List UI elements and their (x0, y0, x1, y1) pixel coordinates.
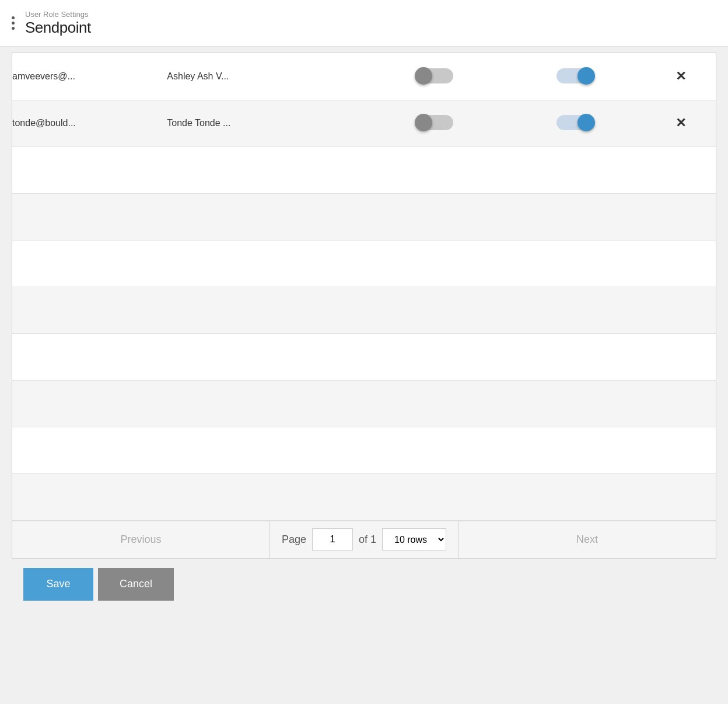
empty-cell (364, 287, 505, 333)
empty-cell (505, 147, 645, 193)
empty-cell (645, 147, 716, 193)
empty-cell (645, 380, 716, 427)
empty-cell (505, 473, 645, 520)
empty-cell (364, 473, 505, 520)
empty-cell (12, 147, 167, 193)
rows-per-page-select[interactable]: 10 rows 25 rows 50 rows (382, 528, 446, 550)
page-label: Page (282, 534, 306, 546)
cell-toggle2 (505, 53, 645, 100)
toggle1-knob (415, 67, 432, 85)
menu-dots-icon[interactable] (9, 14, 17, 32)
toggle2-knob (578, 67, 595, 85)
cell-toggle2 (505, 100, 645, 147)
users-table: amveevers@...Ashley Ash V... ✕tonde@boul… (12, 53, 716, 521)
cell-toggle1 (364, 53, 505, 100)
empty-cell (364, 147, 505, 193)
empty-cell (505, 333, 645, 380)
toggle2-track (556, 68, 594, 83)
empty-cell (167, 147, 364, 193)
save-button[interactable]: Save (23, 568, 93, 601)
toggle1-knob (415, 114, 432, 131)
delete-button[interactable]: ✕ (671, 64, 691, 89)
empty-cell (167, 193, 364, 240)
cell-delete: ✕ (645, 100, 716, 147)
cell-delete: ✕ (645, 53, 716, 100)
empty-row (12, 147, 716, 193)
empty-cell (167, 240, 364, 287)
cell-email: tonde@bould... (12, 100, 167, 147)
empty-cell (12, 427, 167, 473)
empty-cell (167, 287, 364, 333)
toggle1-switch[interactable] (416, 67, 453, 85)
page-of-label: of 1 (359, 534, 376, 546)
previous-button[interactable]: Previous (12, 521, 270, 558)
empty-cell (12, 473, 167, 520)
toggle2-switch[interactable] (556, 67, 594, 85)
empty-cell (505, 240, 645, 287)
empty-row (12, 240, 716, 287)
table-row: tonde@bould...Tonde Tonde ... ✕ (12, 100, 716, 147)
header-title: Sendpoint (25, 19, 91, 37)
bottom-buttons: Save Cancel (12, 559, 716, 601)
main-content: amveevers@...Ashley Ash V... ✕tonde@boul… (0, 53, 728, 612)
toggle2-track (556, 115, 594, 130)
next-button[interactable]: Next (458, 521, 716, 558)
empty-cell (645, 193, 716, 240)
empty-cell (12, 193, 167, 240)
empty-cell (364, 240, 505, 287)
empty-cell (645, 427, 716, 473)
empty-cell (645, 333, 716, 380)
empty-cell (364, 380, 505, 427)
toggle1-switch[interactable] (416, 114, 453, 131)
empty-cell (167, 380, 364, 427)
toggle1-track (416, 68, 453, 83)
cell-name: Tonde Tonde ... (167, 100, 364, 147)
delete-button[interactable]: ✕ (671, 111, 691, 135)
empty-row (12, 427, 716, 473)
empty-row (12, 333, 716, 380)
toggle2-knob (578, 114, 595, 131)
empty-cell (645, 240, 716, 287)
toggle1-track (416, 115, 453, 130)
empty-cell (645, 287, 716, 333)
empty-cell (505, 427, 645, 473)
app-header: User Role Settings Sendpoint (0, 0, 728, 47)
empty-cell (167, 333, 364, 380)
toggle2-switch[interactable] (556, 114, 594, 131)
table-container: amveevers@...Ashley Ash V... ✕tonde@boul… (12, 53, 716, 559)
empty-cell (364, 427, 505, 473)
empty-cell (167, 427, 364, 473)
empty-row (12, 193, 716, 240)
empty-cell (505, 193, 645, 240)
cell-name: Ashley Ash V... (167, 53, 364, 100)
cell-toggle1 (364, 100, 505, 147)
empty-cell (505, 380, 645, 427)
empty-row (12, 473, 716, 520)
header-subtitle: User Role Settings (25, 10, 91, 19)
empty-row (12, 380, 716, 427)
empty-cell (364, 193, 505, 240)
table-row: amveevers@...Ashley Ash V... ✕ (12, 53, 716, 100)
empty-cell (645, 473, 716, 520)
empty-cell (505, 287, 645, 333)
empty-cell (12, 380, 167, 427)
empty-cell (12, 333, 167, 380)
header-title-block: User Role Settings Sendpoint (25, 10, 91, 37)
empty-cell (12, 287, 167, 333)
empty-cell (12, 240, 167, 287)
pagination-center: Page of 1 10 rows 25 rows 50 rows (270, 528, 458, 550)
cancel-button[interactable]: Cancel (98, 568, 174, 601)
cell-email: amveevers@... (12, 53, 167, 100)
pagination-footer: Previous Page of 1 10 rows 25 rows 50 ro… (12, 521, 716, 558)
empty-cell (364, 333, 505, 380)
empty-cell (167, 473, 364, 520)
empty-row (12, 287, 716, 333)
page-number-input[interactable] (312, 528, 353, 550)
